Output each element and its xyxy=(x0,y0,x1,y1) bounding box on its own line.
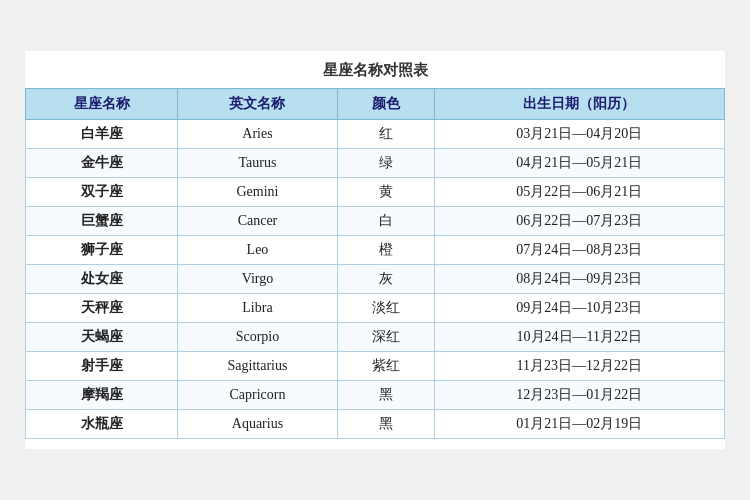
cell-date: 05月22日—06月21日 xyxy=(434,178,724,207)
cell-english: Capricorn xyxy=(178,381,338,410)
main-container: 星座名称对照表 星座名称 英文名称 颜色 出生日期（阳历） 白羊座Aries红0… xyxy=(25,51,725,449)
cell-color: 红 xyxy=(337,120,434,149)
cell-english: Libra xyxy=(178,294,338,323)
cell-date: 06月22日—07月23日 xyxy=(434,207,724,236)
cell-color: 黄 xyxy=(337,178,434,207)
cell-date: 01月21日—02月19日 xyxy=(434,410,724,439)
cell-chinese: 水瓶座 xyxy=(26,410,178,439)
cell-color: 深红 xyxy=(337,323,434,352)
cell-color: 白 xyxy=(337,207,434,236)
table-row: 摩羯座Capricorn黑12月23日—01月22日 xyxy=(26,381,725,410)
table-header-row: 星座名称 英文名称 颜色 出生日期（阳历） xyxy=(26,89,725,120)
cell-date: 03月21日—04月20日 xyxy=(434,120,724,149)
cell-color: 橙 xyxy=(337,236,434,265)
cell-date: 10月24日—11月22日 xyxy=(434,323,724,352)
cell-chinese: 天秤座 xyxy=(26,294,178,323)
table-row: 白羊座Aries红03月21日—04月20日 xyxy=(26,120,725,149)
cell-date: 09月24日—10月23日 xyxy=(434,294,724,323)
cell-color: 灰 xyxy=(337,265,434,294)
cell-chinese: 白羊座 xyxy=(26,120,178,149)
table-row: 巨蟹座Cancer白06月22日—07月23日 xyxy=(26,207,725,236)
cell-english: Sagittarius xyxy=(178,352,338,381)
cell-date: 08月24日—09月23日 xyxy=(434,265,724,294)
cell-english: Gemini xyxy=(178,178,338,207)
page-title: 星座名称对照表 xyxy=(25,61,725,80)
zodiac-table: 星座名称 英文名称 颜色 出生日期（阳历） 白羊座Aries红03月21日—04… xyxy=(25,88,725,439)
cell-english: Aries xyxy=(178,120,338,149)
cell-color: 黑 xyxy=(337,410,434,439)
cell-chinese: 处女座 xyxy=(26,265,178,294)
cell-date: 07月24日—08月23日 xyxy=(434,236,724,265)
cell-english: Cancer xyxy=(178,207,338,236)
table-row: 处女座Virgo灰08月24日—09月23日 xyxy=(26,265,725,294)
cell-color: 黑 xyxy=(337,381,434,410)
table-row: 水瓶座Aquarius黑01月21日—02月19日 xyxy=(26,410,725,439)
cell-date: 12月23日—01月22日 xyxy=(434,381,724,410)
cell-english: Leo xyxy=(178,236,338,265)
cell-chinese: 狮子座 xyxy=(26,236,178,265)
cell-english: Taurus xyxy=(178,149,338,178)
table-row: 天秤座Libra淡红09月24日—10月23日 xyxy=(26,294,725,323)
cell-chinese: 巨蟹座 xyxy=(26,207,178,236)
cell-chinese: 天蝎座 xyxy=(26,323,178,352)
cell-chinese: 金牛座 xyxy=(26,149,178,178)
cell-english: Scorpio xyxy=(178,323,338,352)
table-row: 天蝎座Scorpio深红10月24日—11月22日 xyxy=(26,323,725,352)
header-english: 英文名称 xyxy=(178,89,338,120)
cell-color: 紫红 xyxy=(337,352,434,381)
header-chinese: 星座名称 xyxy=(26,89,178,120)
cell-date: 11月23日—12月22日 xyxy=(434,352,724,381)
cell-chinese: 双子座 xyxy=(26,178,178,207)
cell-english: Aquarius xyxy=(178,410,338,439)
header-date: 出生日期（阳历） xyxy=(434,89,724,120)
header-color: 颜色 xyxy=(337,89,434,120)
table-row: 双子座Gemini黄05月22日—06月21日 xyxy=(26,178,725,207)
cell-chinese: 摩羯座 xyxy=(26,381,178,410)
table-row: 金牛座Taurus绿04月21日—05月21日 xyxy=(26,149,725,178)
table-body: 白羊座Aries红03月21日—04月20日金牛座Taurus绿04月21日—0… xyxy=(26,120,725,439)
cell-english: Virgo xyxy=(178,265,338,294)
cell-chinese: 射手座 xyxy=(26,352,178,381)
cell-date: 04月21日—05月21日 xyxy=(434,149,724,178)
cell-color: 淡红 xyxy=(337,294,434,323)
table-row: 射手座Sagittarius紫红11月23日—12月22日 xyxy=(26,352,725,381)
cell-color: 绿 xyxy=(337,149,434,178)
table-row: 狮子座Leo橙07月24日—08月23日 xyxy=(26,236,725,265)
